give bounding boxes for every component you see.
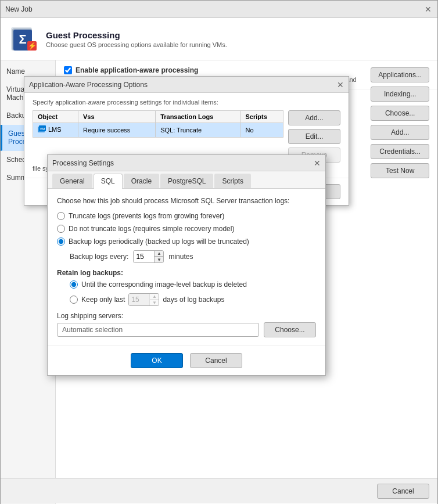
header-title: Guest Processing <box>46 30 227 40</box>
keep-only-input[interactable] <box>129 294 149 305</box>
keep-only-spinner: ▲ ▼ <box>128 293 159 306</box>
backup-logs-spinner-buttons: ▲ ▼ <box>154 251 163 262</box>
retain-options: Until the corresponding image-level back… <box>70 280 316 306</box>
option-truncate-label: Truncate logs (prevents logs from growin… <box>69 212 224 220</box>
option-until-deleted-label: Until the corresponding image-level back… <box>81 280 247 289</box>
processing-body: Choose how this job should process Micro… <box>48 189 325 345</box>
option-keep-only-row: Keep only last ▲ ▼ days of log backups <box>70 293 316 306</box>
cell-transaction-logs: SQL: Truncate <box>156 123 240 138</box>
retain-log-backups-label: Retain log backups: <box>57 269 316 277</box>
lms-vm-icon: VM <box>38 125 46 134</box>
add-button[interactable]: Add... <box>371 125 429 140</box>
log-shipping-label: Log shipping servers: <box>57 312 316 320</box>
cell-object: VM LMS <box>33 123 78 138</box>
option-truncate-row: Truncate logs (prevents logs from growin… <box>57 212 316 220</box>
app-aware-table: Object Vss Transaction Logs Scripts <box>33 110 283 138</box>
header-text: Guest Processing Choose guest OS process… <box>46 30 227 48</box>
header-area: Σ ⚡ Guest Processing Choose guest OS pro… <box>1 18 437 60</box>
processing-cancel-button[interactable]: Cancel <box>190 353 242 368</box>
option-keep-only-radio[interactable] <box>70 296 78 304</box>
backup-logs-every-input[interactable] <box>134 251 154 262</box>
app-aware-edit-button[interactable]: Edit... <box>288 129 340 144</box>
applications-button[interactable]: Applications... <box>371 67 429 82</box>
window-title: New Job <box>5 5 33 13</box>
option-until-deleted-radio[interactable] <box>70 280 78 289</box>
choose-button[interactable]: Choose... <box>371 106 429 121</box>
header-description: Choose guest OS processing options avail… <box>46 41 227 48</box>
svg-text:⚡: ⚡ <box>28 41 37 50</box>
processing-bottom: OK Cancel <box>48 345 325 375</box>
cell-vss: Require success <box>78 123 156 138</box>
option-donottruncate-label: Do not truncate logs (requires simple re… <box>69 225 234 233</box>
keep-only-down-button[interactable]: ▼ <box>149 300 159 305</box>
enable-processing-checkbox[interactable] <box>64 66 72 74</box>
keep-only-up-button[interactable]: ▲ <box>149 294 159 300</box>
option-until-deleted-row: Until the corresponding image-level back… <box>70 280 316 289</box>
option-donottruncate-row: Do not truncate logs (requires simple re… <box>57 225 316 233</box>
keep-only-spinner-buttons: ▲ ▼ <box>149 294 159 305</box>
log-shipping-section: Log shipping servers: Choose... <box>57 312 316 337</box>
tab-oracle[interactable]: Oracle <box>124 174 159 188</box>
col-transaction-logs: Transaction Logs <box>156 111 240 123</box>
tab-scripts[interactable]: Scripts <box>214 174 251 188</box>
app-aware-description: Specify application-aware processing set… <box>33 99 340 106</box>
log-shipping-input[interactable] <box>57 323 259 337</box>
main-right-buttons: Applications... Indexing... Choose... Ad… <box>371 67 429 178</box>
option-backup-periodically-radio[interactable] <box>57 237 65 246</box>
app-aware-close-button[interactable]: ✕ <box>337 80 344 89</box>
header-icon: Σ ⚡ <box>10 25 38 53</box>
log-shipping-choose-button[interactable]: Choose... <box>264 322 316 337</box>
option-keep-only-prefix-label: Keep only last <box>81 296 125 304</box>
tab-sql[interactable]: SQL <box>94 174 123 189</box>
backup-logs-every-label: Backup logs every: <box>70 253 128 261</box>
processing-close-button[interactable]: ✕ <box>314 159 321 168</box>
keep-only-unit-label: days of log backups <box>163 296 224 304</box>
app-aware-title-bar: Application-Aware Processing Options ✕ <box>24 77 349 93</box>
option-backup-periodically-label: Backup logs periodically (backed up logs… <box>69 237 249 246</box>
processing-title: Processing Settings <box>52 159 114 167</box>
tab-general[interactable]: General <box>52 174 92 188</box>
credentials-button[interactable]: Credentials... <box>371 144 429 159</box>
col-vss: Vss <box>78 111 156 123</box>
backup-logs-down-button[interactable]: ▼ <box>154 257 163 262</box>
title-bar: New Job ✕ <box>1 1 437 18</box>
svg-text:Σ: Σ <box>19 32 26 46</box>
test-now-button[interactable]: Test Now <box>371 163 429 178</box>
processing-dialog: Processing Settings ✕ General SQL Oracle… <box>47 154 326 376</box>
svg-text:VM: VM <box>40 127 45 131</box>
col-scripts: Scripts <box>240 111 283 123</box>
table-row[interactable]: VM LMS Require success SQL: Truncate No <box>33 123 283 138</box>
main-window: New Job ✕ Σ ⚡ Guest Processing Choose gu… <box>0 0 438 504</box>
cell-scripts: No <box>240 123 283 138</box>
option-backup-periodically-row: Backup logs periodically (backed up logs… <box>57 237 316 246</box>
tabs-bar: General SQL Oracle PostgreSQL Scripts <box>48 171 325 189</box>
processing-description: Choose how this job should process Micro… <box>57 197 316 205</box>
backup-logs-every-row: Backup logs every: ▲ ▼ minutes <box>70 250 316 263</box>
indexing-button[interactable]: Indexing... <box>371 87 429 102</box>
option-truncate-radio[interactable] <box>57 212 65 220</box>
app-aware-add-button[interactable]: Add... <box>288 110 340 125</box>
log-shipping-row: Choose... <box>57 322 316 337</box>
bottom-bar: Cancel <box>1 478 437 503</box>
col-object: Object <box>33 111 78 123</box>
main-cancel-button[interactable]: Cancel <box>377 484 429 499</box>
processing-title-bar: Processing Settings ✕ <box>48 155 325 171</box>
enable-processing-label: Enable application-aware processing <box>76 66 198 74</box>
tab-postgresql[interactable]: PostgreSQL <box>160 174 213 188</box>
window-close-button[interactable]: ✕ <box>423 5 433 14</box>
backup-logs-unit: minutes <box>168 253 193 261</box>
processing-ok-button[interactable]: OK <box>131 353 183 368</box>
app-aware-title: Application-Aware Processing Options <box>29 81 148 89</box>
option-donottruncate-radio[interactable] <box>57 225 65 233</box>
backup-logs-up-button[interactable]: ▲ <box>154 251 163 257</box>
backup-logs-every-spinner: ▲ ▼ <box>133 250 164 263</box>
